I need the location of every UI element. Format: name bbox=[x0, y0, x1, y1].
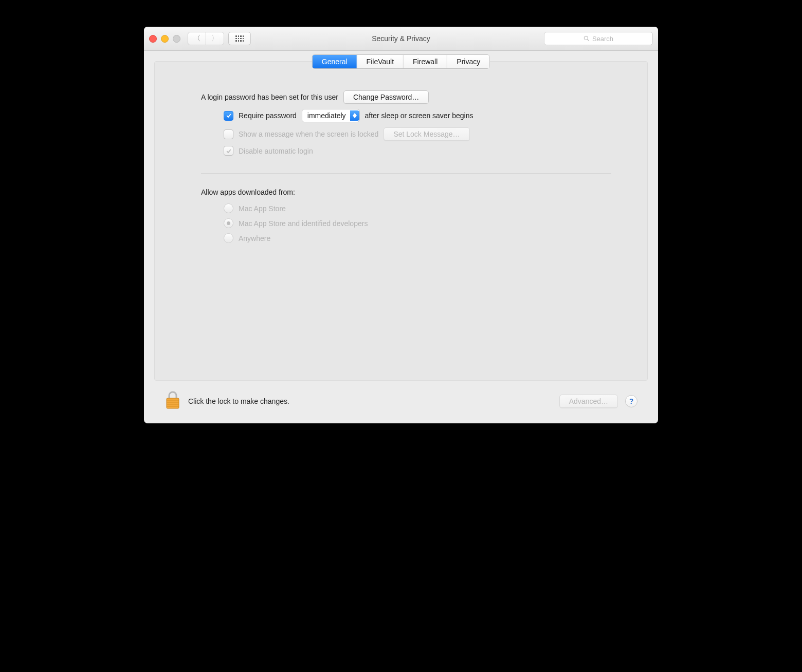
lock-help-text: Click the lock to make changes. bbox=[188, 397, 289, 405]
chevron-right-icon: 〉 bbox=[211, 34, 218, 43]
radio-label: Mac App Store bbox=[239, 204, 286, 213]
svg-rect-2 bbox=[167, 398, 179, 408]
allow-apps-heading: Allow apps downloaded from: bbox=[201, 188, 611, 196]
allow-apps-option-2: Anywhere bbox=[224, 233, 611, 243]
require-password-checkbox[interactable] bbox=[224, 111, 233, 121]
divider bbox=[201, 173, 611, 174]
svg-marker-1 bbox=[353, 116, 357, 118]
tab-bar: General FileVault Firewall Privacy bbox=[312, 54, 490, 69]
password-set-row: A login password has been set for this u… bbox=[201, 90, 611, 104]
advanced-button: Advanced… bbox=[559, 395, 618, 408]
window-body: General FileVault Firewall Privacy A log… bbox=[144, 51, 658, 423]
change-password-button[interactable]: Change Password… bbox=[343, 90, 429, 104]
radio-anywhere bbox=[224, 233, 233, 243]
check-icon bbox=[226, 148, 232, 154]
close-window-button[interactable] bbox=[149, 35, 157, 43]
show-message-checkbox bbox=[224, 129, 233, 139]
password-set-label: A login password has been set for this u… bbox=[201, 93, 338, 101]
allow-apps-option-1: Mac App Store and identified developers bbox=[224, 218, 611, 228]
radio-identified-developers bbox=[224, 218, 233, 228]
updown-arrows-icon bbox=[350, 110, 359, 121]
require-password-prefix: Require password bbox=[239, 111, 297, 120]
allow-apps-option-0: Mac App Store bbox=[224, 203, 611, 213]
password-delay-popup[interactable]: immediately bbox=[302, 109, 360, 122]
general-content: A login password has been set for this u… bbox=[155, 62, 647, 243]
show-message-row: Show a message when the screen is locked… bbox=[224, 127, 611, 141]
preferences-window: 〈 〉 Security & Privacy Search General Fi… bbox=[144, 27, 658, 423]
tab-label: Privacy bbox=[457, 58, 480, 66]
disable-auto-login-checkbox bbox=[224, 146, 233, 156]
check-icon bbox=[226, 113, 232, 119]
radio-mac-app-store bbox=[224, 203, 233, 213]
tab-firewall[interactable]: Firewall bbox=[404, 55, 447, 68]
forward-button: 〉 bbox=[206, 32, 224, 45]
lock-icon bbox=[165, 390, 181, 410]
help-button[interactable]: ? bbox=[625, 395, 637, 407]
show-message-label: Show a message when the screen is locked bbox=[239, 130, 378, 138]
radio-dot-icon bbox=[227, 221, 230, 225]
back-button[interactable]: 〈 bbox=[188, 32, 206, 45]
set-lock-message-button: Set Lock Message… bbox=[384, 127, 469, 141]
tab-privacy[interactable]: Privacy bbox=[447, 55, 489, 68]
require-password-suffix: after sleep or screen saver begins bbox=[365, 111, 473, 120]
tab-general[interactable]: General bbox=[313, 55, 357, 68]
lock-button[interactable] bbox=[165, 390, 181, 412]
search-icon bbox=[584, 35, 590, 42]
password-delay-value: immediately bbox=[307, 111, 346, 120]
titlebar: 〈 〉 Security & Privacy Search bbox=[144, 27, 658, 51]
disable-auto-login-label: Disable automatic login bbox=[239, 147, 313, 155]
window-controls bbox=[149, 35, 180, 43]
tab-label: FileVault bbox=[367, 58, 394, 66]
tab-label: Firewall bbox=[413, 58, 438, 66]
radio-label: Anywhere bbox=[239, 234, 270, 242]
chevron-left-icon: 〈 bbox=[193, 34, 200, 43]
content-panel: General FileVault Firewall Privacy A log… bbox=[154, 61, 648, 381]
show-all-button[interactable] bbox=[228, 32, 251, 45]
minimize-window-button[interactable] bbox=[161, 35, 169, 43]
radio-label: Mac App Store and identified developers bbox=[239, 219, 368, 228]
require-password-row: Require password immediately after sleep… bbox=[224, 109, 611, 122]
grid-icon bbox=[235, 35, 244, 42]
disable-auto-login-row: Disable automatic login bbox=[224, 146, 611, 156]
tab-filevault[interactable]: FileVault bbox=[357, 55, 404, 68]
search-field[interactable]: Search bbox=[544, 32, 653, 45]
zoom-window-button bbox=[173, 35, 180, 43]
nav-buttons: 〈 〉 bbox=[188, 32, 224, 45]
footer: Click the lock to make changes. Advanced… bbox=[154, 381, 648, 423]
search-placeholder: Search bbox=[592, 35, 613, 43]
tab-label: General bbox=[322, 58, 348, 66]
